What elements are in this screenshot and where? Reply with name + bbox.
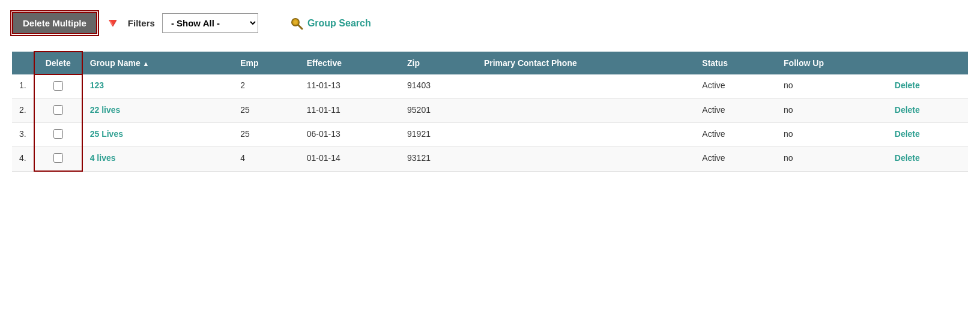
table-row: 2. 22 lives 25 11-01-11 95201 Active no … [12,99,968,123]
col-header-action [888,52,968,74]
row-effective: 11-01-11 [300,99,400,123]
row-checkbox-cell [34,74,82,99]
group-search-label: Group Search [307,18,371,29]
svg-point-1 [294,20,297,24]
row-delete-action[interactable]: Delete [888,74,968,99]
group-name-link[interactable]: 123 [90,80,104,90]
row-phone [477,74,695,99]
row-delete-checkbox[interactable] [53,129,63,139]
col-header-zip: Zip [400,52,477,74]
table-row: 4. 4 lives 4 01-01-14 93121 Active no De… [12,147,968,172]
row-phone [477,147,695,172]
col-header-group-name[interactable]: Group Name ▲ [82,52,234,74]
row-effective: 11-01-13 [300,74,400,99]
row-group-name[interactable]: 4 lives [82,147,234,172]
row-emp: 25 [233,99,299,123]
col-header-delete: Delete [34,52,82,74]
row-group-name[interactable]: 123 [82,74,234,99]
row-delete-action[interactable]: Delete [888,99,968,123]
col-header-follow-up: Follow Up [776,52,888,74]
row-status: Active [695,123,776,147]
row-status: Active [695,74,776,99]
delete-row-link[interactable]: Delete [895,80,920,90]
row-zip: 95201 [400,99,477,123]
delete-row-link[interactable]: Delete [895,153,920,163]
group-name-link[interactable]: 4 lives [90,153,116,163]
search-icon [289,16,304,31]
row-num: 1. [12,74,34,99]
row-follow-up: no [776,123,888,147]
row-num: 3. [12,123,34,147]
filters-select[interactable]: - Show All - [162,13,258,33]
row-follow-up: no [776,99,888,123]
col-header-status: Status [695,52,776,74]
row-checkbox-cell [34,99,82,123]
groups-table: Delete Group Name ▲ Emp Effective Zip Pr… [12,51,968,172]
row-zip: 91403 [400,74,477,99]
row-checkbox-cell [34,123,82,147]
table-row: 3. 25 Lives 25 06-01-13 91921 Active no … [12,123,968,147]
row-status: Active [695,99,776,123]
col-header-effective: Effective [300,52,400,74]
group-search-button[interactable]: Group Search [289,16,371,31]
delete-row-link[interactable]: Delete [895,105,920,115]
row-emp: 2 [233,74,299,99]
row-effective: 01-01-14 [300,147,400,172]
row-delete-checkbox[interactable] [53,153,63,163]
svg-line-2 [298,25,302,29]
table-row: 1. 123 2 11-01-13 91403 Active no Delete [12,74,968,99]
row-delete-action[interactable]: Delete [888,123,968,147]
row-status: Active [695,147,776,172]
filter-icon: 🔻 [104,16,121,31]
table-header-row: Delete Group Name ▲ Emp Effective Zip Pr… [12,52,968,74]
row-delete-checkbox[interactable] [53,105,63,115]
row-follow-up: no [776,74,888,99]
toolbar: Delete Multiple 🔻 Filters - Show All - G… [12,12,968,34]
row-num: 2. [12,99,34,123]
row-checkbox-cell [34,147,82,172]
col-header-num [12,52,34,74]
row-delete-checkbox[interactable] [53,81,63,91]
col-header-primary-contact-phone: Primary Contact Phone [477,52,695,74]
row-emp: 4 [233,147,299,172]
row-follow-up: no [776,147,888,172]
filters-label: Filters [128,18,155,28]
delete-row-link[interactable]: Delete [895,129,920,139]
delete-multiple-button[interactable]: Delete Multiple [12,12,97,34]
sort-arrow-icon: ▲ [143,60,150,67]
row-effective: 06-01-13 [300,123,400,147]
row-zip: 93121 [400,147,477,172]
row-emp: 25 [233,123,299,147]
row-delete-action[interactable]: Delete [888,147,968,172]
row-num: 4. [12,147,34,172]
group-name-link[interactable]: 22 lives [90,105,121,115]
group-name-link[interactable]: 25 Lives [90,129,123,139]
row-group-name[interactable]: 22 lives [82,99,234,123]
row-group-name[interactable]: 25 Lives [82,123,234,147]
col-header-emp: Emp [233,52,299,74]
row-zip: 91921 [400,123,477,147]
row-phone [477,123,695,147]
row-phone [477,99,695,123]
